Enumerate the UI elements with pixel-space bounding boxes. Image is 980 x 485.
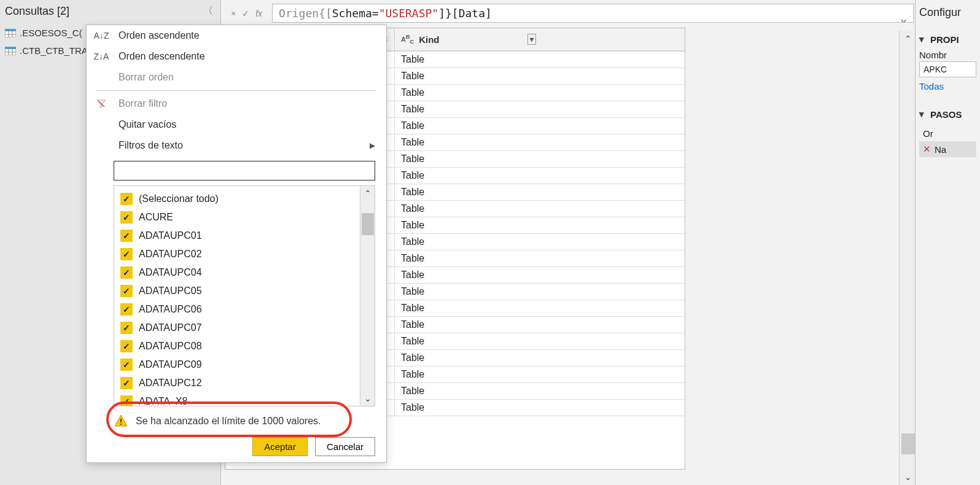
checkbox-checked-icon[interactable]: ✓ [120,193,133,205]
sort-asc-icon: A↓Z [94,31,109,41]
scroll-down-icon[interactable]: ⌄ [900,469,916,485]
settings-title: Configur [919,6,976,19]
remove-empty[interactable]: Quitar vacíos [87,114,386,135]
query-label: .ESOESOS_C( [20,28,82,38]
checkbox-checked-icon[interactable]: ✓ [120,285,133,297]
menu-label: Quitar vacíos [119,119,176,130]
delete-step-icon[interactable]: ✕ [923,144,931,155]
filter-value-row[interactable]: ✓ADATAUPC06 [117,300,357,319]
filter-value-label: ADATAUPC05 [139,285,202,297]
filter-value-row[interactable]: ✓ACURE [117,208,357,227]
cell-kind: Table [395,85,542,101]
column-filter-dropdown-icon[interactable]: ▾ [527,34,536,45]
collapse-queries-icon[interactable]: 〈 [203,5,213,18]
filter-value-label: ADATA_X8 [139,396,187,406]
name-field-label: Nombr [919,47,976,61]
cell-kind: Table [395,400,542,416]
scroll-thumb[interactable] [362,213,374,235]
menu-label: Borrar orden [119,72,174,83]
filter-buttons: Aceptar Cancelar [114,437,375,456]
name-field-input[interactable]: APKC [919,61,976,77]
checkbox-checked-icon[interactable]: ✓ [120,322,133,334]
section-label: PASOS [930,109,962,120]
datatype-text-icon: ABC [401,34,414,45]
scroll-up-icon[interactable]: ⌃ [360,186,375,201]
filter-value-row[interactable]: ✓ADATAUPC12 [117,374,357,392]
clear-sort: Borrar orden [87,67,386,88]
cell-kind: Table [395,68,542,84]
filter-value-row[interactable]: ✓ADATAUPC08 [117,337,357,355]
menu-label: Borrar filtro [119,98,167,109]
warning-icon [114,414,128,429]
fx-x-icon[interactable]: × [231,9,236,18]
filter-value-row[interactable]: ✓ADATAUPC01 [117,227,357,245]
scroll-up-icon[interactable]: ⌃ [900,31,916,47]
filter-value-row[interactable]: ✓ADATA_X8 [117,392,357,406]
checkbox-checked-icon[interactable]: ✓ [120,303,133,316]
queries-pane-header: Consultas [2] 〈 [0,0,220,24]
filter-value-row[interactable]: ✓(Seleccionar todo) [117,190,357,208]
section-label: PROPI [930,34,959,45]
text-filters-submenu[interactable]: Filtros de texto ▶ [87,135,386,156]
cell-kind: Table [395,284,542,300]
filter-values-list: ✓(Seleccionar todo)✓ACURE✓ADATAUPC01✓ADA… [114,185,375,406]
formula-input[interactable]: Origen{[Schema="USERASP"]}[Data] ⌄ [272,4,914,23]
filter-search-container [114,161,375,180]
svg-rect-1 [5,29,16,31]
filter-limit-warning: Se ha alcanzado el límite de 1000 valore… [114,414,375,429]
formula-bar: × ✓ fx Origen{[Schema="USERASP"]}[Data] … [225,4,914,23]
table-icon [5,47,16,55]
menu-separator [96,90,376,91]
filter-value-row[interactable]: ✓ADATAUPC04 [117,263,357,282]
checkbox-checked-icon[interactable]: ✓ [120,340,133,352]
checkbox-checked-icon[interactable]: ✓ [120,395,133,406]
filter-value-row[interactable]: ✓ADATAUPC05 [117,282,357,300]
checkbox-checked-icon[interactable]: ✓ [120,359,133,371]
filter-value-label: (Seleccionar todo) [139,193,219,204]
filter-values-scroll-area[interactable]: ✓(Seleccionar todo)✓ACURE✓ADATAUPC01✓ADA… [114,186,360,406]
filter-value-label: ACURE [139,212,173,223]
checkbox-checked-icon[interactable]: ✓ [120,230,133,242]
cell-kind: Table [395,184,542,200]
cancel-button[interactable]: Cancelar [315,437,375,456]
filter-value-row[interactable]: ✓ADATAUPC09 [117,355,357,374]
cell-kind: Table [395,101,542,117]
checkbox-checked-icon[interactable]: ✓ [120,248,133,260]
applied-step[interactable]: ✕ Na [919,141,976,157]
filter-value-row[interactable]: ✓ADATAUPC07 [117,319,357,337]
clear-filter-icon [94,99,109,109]
filter-value-label: ADATAUPC07 [139,322,202,333]
svg-rect-12 [120,424,122,425]
filter-list-scrollbar[interactable]: ⌃ ⌄ [360,186,375,406]
all-properties-link[interactable]: Todas [919,77,976,95]
checkbox-checked-icon[interactable]: ✓ [120,377,133,389]
formula-text: Schema= [332,7,379,20]
filter-value-label: ADATAUPC04 [139,267,202,278]
cell-kind: Table [395,350,542,366]
column-header-kind[interactable]: ABC Kind ▾ [395,28,542,50]
applied-step[interactable]: Or [919,126,976,141]
center-scrollbar[interactable]: ⌃ ⌄ [899,31,916,485]
sort-ascending[interactable]: A↓Z Orden ascendente [87,25,386,46]
fx-label-icon[interactable]: fx [255,9,262,18]
scroll-thumb[interactable] [901,433,915,454]
cell-kind: Table [395,250,542,266]
checkbox-checked-icon[interactable]: ✓ [120,266,133,279]
filter-search-input[interactable] [114,161,375,180]
cell-kind: Table [395,367,542,382]
cell-kind: Table [395,151,542,167]
formula-expand-icon[interactable]: ⌄ [900,12,907,23]
applied-steps-list: Or ✕ Na [919,126,976,157]
cell-kind: Table [395,201,542,217]
applied-steps-header[interactable]: PASOS [919,106,976,122]
properties-section-header[interactable]: PROPI [919,31,976,47]
fx-check-icon[interactable]: ✓ [242,9,249,18]
scroll-down-icon[interactable]: ⌄ [360,391,375,406]
filter-value-row[interactable]: ✓ADATAUPC02 [117,245,357,263]
cell-kind: Table [395,134,542,150]
sort-descending[interactable]: Z↓A Orden descendente [87,46,386,67]
filter-value-label: ADATAUPC06 [139,304,202,315]
accept-button[interactable]: Aceptar [252,437,308,456]
cell-kind: Table [395,234,542,250]
checkbox-checked-icon[interactable]: ✓ [120,211,133,223]
